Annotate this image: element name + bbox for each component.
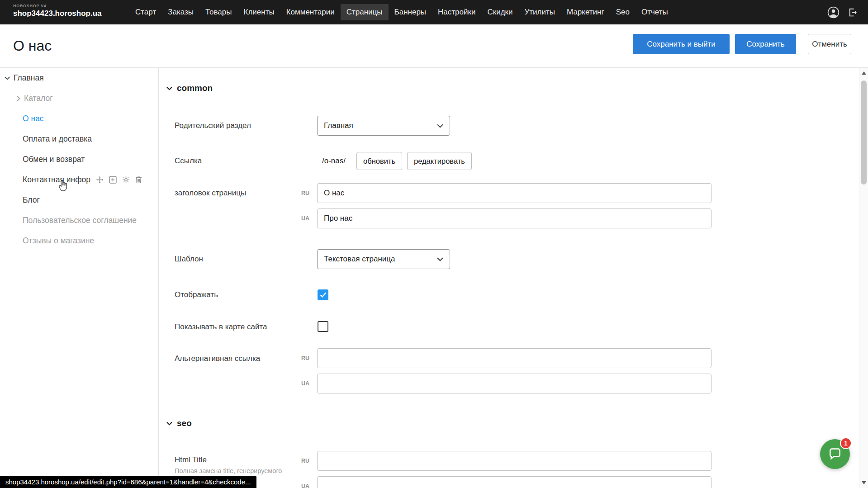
html-title-label: Html Title [175, 455, 207, 464]
select-value: Главная [324, 121, 353, 130]
save-button[interactable]: Сохранить [735, 34, 796, 54]
html-title-ua-input[interactable] [317, 476, 711, 488]
page-title-ua-input[interactable] [317, 208, 711, 228]
alt-link-ru-input[interactable] [317, 348, 711, 368]
chevron-down-icon [437, 257, 443, 261]
menu-item-reports[interactable]: Отчеты [636, 4, 674, 20]
tree-item-tools [96, 176, 142, 184]
html-title-hint: Полная замена title, генерируемого [175, 467, 282, 474]
logout-icon[interactable] [847, 7, 858, 18]
alt-link-ua-input[interactable] [317, 374, 711, 393]
lang-tag-ua: UA [301, 483, 314, 488]
chat-notification-badge: 1 [840, 437, 852, 449]
brand-domain-label: shop34423.horoshop.ua [13, 9, 102, 18]
page-header: О нас Сохранить и выйти Сохранить Отмени… [0, 24, 868, 68]
brand-logo[interactable]: HOROSHOP V4 shop34423.horoshop.ua [13, 4, 102, 18]
menu-item-utilities[interactable]: Утилиты [519, 4, 561, 20]
section-title: seo [177, 418, 192, 428]
menu-item-banners[interactable]: Баннеры [389, 4, 432, 20]
sidebar-item-katalog[interactable]: Каталог [0, 88, 158, 109]
page-title-ru-input[interactable] [317, 183, 711, 203]
chevron-right-icon[interactable] [17, 96, 20, 101]
chevron-down-icon [166, 422, 172, 426]
menu-item-discounts[interactable]: Скидки [481, 4, 518, 20]
alt-link-label: Альтернативная ссылка [175, 354, 260, 363]
horoshop-admin-app: HOROSHOP V4 shop34423.horoshop.ua Старт … [0, 0, 868, 488]
pages-tree-sidebar: Главная Каталог О нас Оплата и доставка … [0, 68, 159, 488]
lang-tag-ru: RU [301, 190, 314, 196]
sidebar-item-obmen[interactable]: Обмен и возврат [0, 149, 158, 170]
sidebar-item-label: Обмен и возврат [23, 155, 85, 164]
add-page-icon[interactable] [109, 176, 117, 184]
page-edit-form: common Родительский раздел Главная Ссылк… [159, 68, 859, 488]
sidebar-item-blog[interactable]: Блог [0, 190, 158, 210]
template-label: Шаблон [175, 255, 203, 264]
menu-item-start[interactable]: Старт [129, 4, 162, 20]
scroll-up-icon[interactable] [862, 71, 866, 75]
scroll-down-icon[interactable] [862, 481, 866, 484]
menu-item-orders[interactable]: Заказы [162, 4, 199, 20]
section-title: common [177, 83, 213, 93]
html-title-ru-input[interactable] [317, 451, 711, 471]
chat-widget-button[interactable]: 1 [820, 439, 850, 469]
move-icon[interactable] [96, 176, 104, 184]
topbar-actions [827, 0, 858, 24]
chevron-down-icon[interactable] [5, 76, 10, 80]
sidebar-item-label: Отзывы о магазине [23, 236, 94, 246]
menu-item-pages[interactable]: Страницы [341, 4, 389, 20]
brand-version-label: HOROSHOP V4 [13, 4, 102, 8]
vertical-scrollbar [859, 68, 868, 488]
link-label: Ссылка [175, 156, 202, 166]
sidebar-item-kontaktnaya[interactable]: Контактная инфор [0, 170, 158, 190]
lang-tag-ru: RU [301, 458, 314, 464]
lang-tag-ru: RU [301, 355, 314, 361]
chevron-down-icon [166, 86, 172, 90]
sidebar-item-label: Каталог [24, 94, 53, 103]
menu-item-marketing[interactable]: Маркетинг [561, 4, 610, 20]
menu-item-products[interactable]: Товары [199, 4, 237, 20]
cancel-button[interactable]: Отменить [808, 34, 851, 54]
page-title: О нас [13, 38, 52, 54]
sidebar-item-label: О нас [23, 114, 44, 123]
chat-icon [828, 447, 842, 461]
sidebar-item-oplata[interactable]: Оплата и доставка [0, 129, 158, 149]
sidebar-item-label: Контактная инфор [23, 175, 90, 185]
sidebar-item-label: Оплата и доставка [23, 134, 92, 144]
menu-item-clients[interactable]: Клиенты [238, 4, 280, 20]
section-common-header[interactable]: common [166, 83, 213, 93]
trash-icon[interactable] [135, 176, 142, 184]
sidebar-item-o-nas[interactable]: О нас [0, 109, 158, 129]
sidebar-item-label: Блог [23, 195, 40, 205]
lang-tag-ua: UA [301, 380, 314, 387]
menu-item-comments[interactable]: Комментарии [280, 4, 341, 20]
menu-item-settings[interactable]: Настройки [432, 4, 481, 20]
sidebar-item-label: Главная [14, 73, 44, 83]
chevron-down-icon [437, 124, 443, 128]
display-checkbox[interactable] [318, 289, 328, 300]
check-icon [320, 292, 327, 298]
page-title-field-label: заголовок страницы [175, 189, 246, 198]
user-account-icon[interactable] [827, 6, 840, 19]
link-status-tooltip: shop34423.horoshop.ua/edit/edit.php?id=6… [0, 476, 256, 488]
section-seo-header[interactable]: seo [166, 418, 192, 428]
edit-link-button[interactable]: редактировать [407, 152, 472, 170]
sitemap-checkbox[interactable] [318, 321, 328, 332]
sidebar-item-reviews[interactable]: Отзывы о магазине [0, 231, 158, 251]
display-label: Отображать [175, 290, 218, 299]
lang-tag-ua: UA [301, 215, 314, 222]
sidebar-item-glavnaya[interactable]: Главная [0, 68, 158, 88]
select-value: Текстовая страница [324, 255, 395, 264]
sidebar-item-agreement[interactable]: Пользовательское соглашение [0, 210, 158, 231]
sitemap-label: Показывать в карте сайта [175, 322, 267, 332]
gear-icon[interactable] [122, 176, 130, 184]
menu-item-seo[interactable]: Seo [610, 4, 636, 20]
topbar: HOROSHOP V4 shop34423.horoshop.ua Старт … [0, 0, 868, 24]
save-and-exit-button[interactable]: Сохранить и выйти [633, 34, 730, 54]
refresh-link-button[interactable]: обновить [356, 152, 402, 170]
scrollbar-thumb[interactable] [861, 81, 867, 185]
template-select[interactable]: Текстовая страница [317, 249, 450, 269]
sidebar-item-label: Пользовательское соглашение [23, 216, 137, 225]
top-menu: Старт Заказы Товары Клиенты Комментарии … [129, 0, 674, 24]
parent-section-select[interactable]: Главная [317, 116, 450, 136]
link-path-text: /o-nas/ [322, 156, 346, 166]
